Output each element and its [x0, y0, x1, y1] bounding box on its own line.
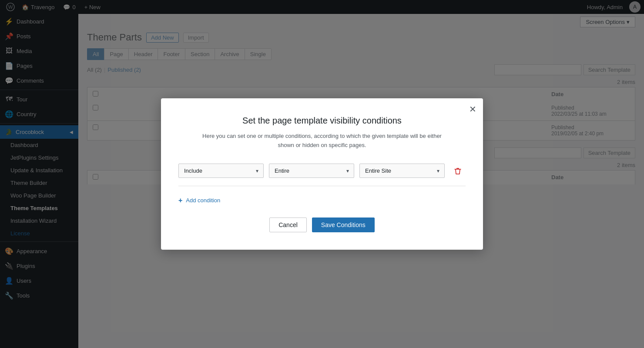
modal-overlay: ✕ Set the page template visibility condi…	[78, 14, 644, 348]
modal-description: Here you can set one or multiple conditi…	[178, 132, 466, 150]
add-condition-button[interactable]: + Add condition	[178, 197, 220, 204]
site-select-wrapper: Entire Site Front Page Blog Page Archive…	[359, 164, 445, 178]
condition-row: Include Exclude ▾ Entire Partial ▾	[178, 163, 466, 179]
save-conditions-button[interactable]: Save Conditions	[312, 218, 375, 232]
modal-close-button[interactable]: ✕	[469, 105, 476, 114]
modal: ✕ Set the page template visibility condi…	[161, 98, 483, 250]
entire-select[interactable]: Entire Partial	[269, 164, 354, 178]
divider	[178, 186, 466, 186]
include-select[interactable]: Include Exclude	[178, 164, 264, 178]
modal-footer: Cancel Save Conditions	[178, 218, 466, 232]
include-select-wrapper: Include Exclude ▾	[178, 164, 264, 178]
site-select[interactable]: Entire Site Front Page Blog Page Archive…	[359, 164, 445, 178]
main-content: Screen Options ▾ Theme Parts Add New Imp…	[78, 14, 644, 348]
cancel-button[interactable]: Cancel	[269, 218, 307, 232]
plus-icon: +	[178, 197, 182, 204]
modal-title: Set the page template visibility conditi…	[178, 116, 466, 126]
delete-condition-button[interactable]	[450, 163, 466, 179]
entire-select-wrapper: Entire Partial ▾	[269, 164, 354, 178]
